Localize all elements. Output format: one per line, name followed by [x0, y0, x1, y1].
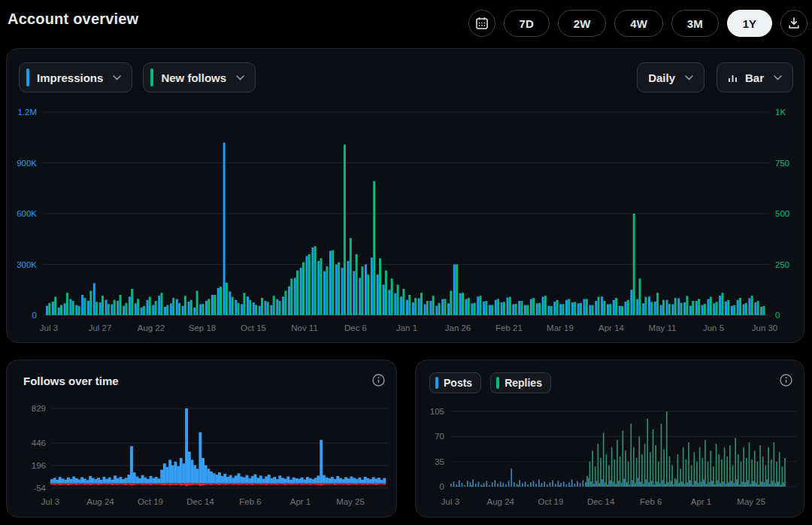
- svg-text:-54: -54: [33, 484, 46, 493]
- range-pill-1y[interactable]: 1Y: [727, 10, 772, 37]
- download-icon: [786, 16, 801, 31]
- metric-selectors: Impressions New follows: [19, 62, 256, 93]
- svg-text:1.2M: 1.2M: [17, 108, 37, 117]
- svg-text:Jun 5: Jun 5: [703, 323, 724, 332]
- svg-text:1K: 1K: [775, 108, 786, 117]
- svg-text:Aug 22: Aug 22: [138, 323, 165, 332]
- svg-text:Jun 30: Jun 30: [752, 323, 778, 332]
- chart-type-selector[interactable]: Bar: [717, 62, 793, 93]
- svg-text:196: 196: [32, 461, 46, 470]
- range-pill-3m[interactable]: 3M: [671, 10, 719, 37]
- new-follows-metric-selector[interactable]: New follows: [143, 62, 256, 93]
- svg-text:Jan 1: Jan 1: [396, 323, 417, 332]
- posts-replies-chart: 10570350Jul 3Aug 24Oct 19Dec 14Feb 6Apr …: [416, 398, 805, 511]
- calendar-button[interactable]: [468, 10, 495, 37]
- download-button[interactable]: [780, 10, 807, 37]
- posts-legend-chip[interactable]: Posts: [429, 372, 481, 393]
- svg-text:May 11: May 11: [649, 323, 677, 332]
- granularity-label: Daily: [648, 71, 675, 84]
- svg-text:500: 500: [775, 209, 789, 218]
- svg-text:900K: 900K: [17, 159, 37, 168]
- svg-text:Sep 18: Sep 18: [189, 323, 216, 332]
- chevron-down-icon: [236, 75, 244, 80]
- bar-chart-icon: [728, 73, 738, 83]
- calendar-icon: [474, 16, 489, 31]
- impressions-accent-bar: [26, 68, 29, 86]
- chevron-down-icon: [774, 75, 782, 80]
- svg-text:May 25: May 25: [737, 497, 765, 506]
- follows-over-time-chart: 829446196-54Jul 3Aug 24Oct 19Dec 14Feb 6…: [7, 398, 398, 511]
- account-overview-chart-card: Impressions New follows Daily Bar: [6, 48, 804, 343]
- svg-text:Apr 14: Apr 14: [598, 323, 624, 332]
- follows-card-title: Follows over time: [23, 375, 119, 387]
- svg-text:70: 70: [435, 432, 444, 441]
- svg-text:0: 0: [440, 482, 444, 491]
- info-icon: [780, 374, 792, 387]
- impressions-new-follows-chart: 0300K600K900K1.2M02505007501KJul 3Jul 27…: [7, 106, 805, 341]
- svg-text:Apr 1: Apr 1: [290, 497, 311, 506]
- svg-text:0: 0: [775, 311, 780, 320]
- svg-text:Aug 24: Aug 24: [86, 497, 114, 506]
- svg-text:35: 35: [435, 457, 444, 466]
- svg-text:Oct 19: Oct 19: [538, 497, 563, 506]
- svg-text:Oct 19: Oct 19: [138, 497, 163, 506]
- svg-text:Feb 6: Feb 6: [239, 497, 261, 506]
- follows-over-time-card: Follows over time 829446196-54Jul 3Aug 2…: [6, 360, 397, 517]
- granularity-selector[interactable]: Daily: [637, 62, 704, 93]
- svg-text:Jul 3: Jul 3: [40, 323, 58, 332]
- svg-text:600K: 600K: [17, 209, 37, 218]
- svg-text:Mar 19: Mar 19: [547, 323, 574, 332]
- range-pill-4w[interactable]: 4W: [614, 10, 663, 37]
- chart-type-label: Bar: [745, 71, 764, 84]
- svg-text:Jul 3: Jul 3: [441, 497, 459, 506]
- chart-option-selectors: Daily Bar: [637, 62, 793, 93]
- new-follows-metric-label: New follows: [161, 71, 226, 84]
- posts-info-button[interactable]: [778, 372, 793, 387]
- svg-text:0: 0: [32, 311, 37, 320]
- page-title: Account overview: [8, 11, 138, 28]
- new-follows-accent-bar: [150, 68, 153, 86]
- svg-text:250: 250: [775, 260, 789, 269]
- posts-accent-bar: [435, 377, 438, 389]
- replies-legend-chip[interactable]: Replies: [490, 372, 551, 393]
- impressions-metric-label: Impressions: [37, 71, 103, 84]
- svg-text:Jul 27: Jul 27: [89, 323, 112, 332]
- svg-text:105: 105: [430, 407, 444, 416]
- svg-text:Aug 24: Aug 24: [486, 497, 514, 506]
- svg-text:Dec 6: Dec 6: [344, 323, 367, 332]
- svg-text:750: 750: [775, 159, 789, 168]
- replies-legend-label: Replies: [504, 377, 542, 389]
- svg-text:Dec 14: Dec 14: [587, 497, 615, 506]
- posts-replies-card: Posts Replies 10570350Jul 3Aug 24Oct 19D…: [415, 360, 804, 517]
- chevron-down-icon: [685, 75, 693, 80]
- svg-text:446: 446: [32, 439, 46, 448]
- svg-text:May 25: May 25: [336, 497, 365, 506]
- range-pill-2w[interactable]: 2W: [558, 10, 607, 37]
- posts-replies-legend: Posts Replies: [429, 372, 551, 393]
- svg-text:Nov 11: Nov 11: [291, 323, 318, 332]
- follows-info-button[interactable]: [371, 372, 386, 387]
- svg-text:Feb 21: Feb 21: [495, 323, 523, 332]
- svg-text:Jan 26: Jan 26: [445, 323, 471, 332]
- replies-accent-bar: [496, 377, 499, 389]
- svg-text:Jul 3: Jul 3: [41, 497, 59, 506]
- chevron-down-icon: [113, 75, 121, 80]
- svg-text:Feb 6: Feb 6: [640, 497, 662, 506]
- svg-text:Oct 15: Oct 15: [241, 323, 266, 332]
- svg-text:Apr 1: Apr 1: [691, 497, 712, 506]
- impressions-metric-selector[interactable]: Impressions: [19, 62, 132, 93]
- svg-text:Dec 14: Dec 14: [186, 497, 214, 506]
- svg-text:300K: 300K: [17, 260, 37, 269]
- posts-legend-label: Posts: [444, 377, 472, 389]
- svg-text:829: 829: [32, 404, 46, 413]
- range-pill-7d[interactable]: 7D: [504, 10, 550, 37]
- info-icon: [372, 374, 385, 387]
- date-range-controls: 7D 2W 4W 3M 1Y: [468, 10, 807, 37]
